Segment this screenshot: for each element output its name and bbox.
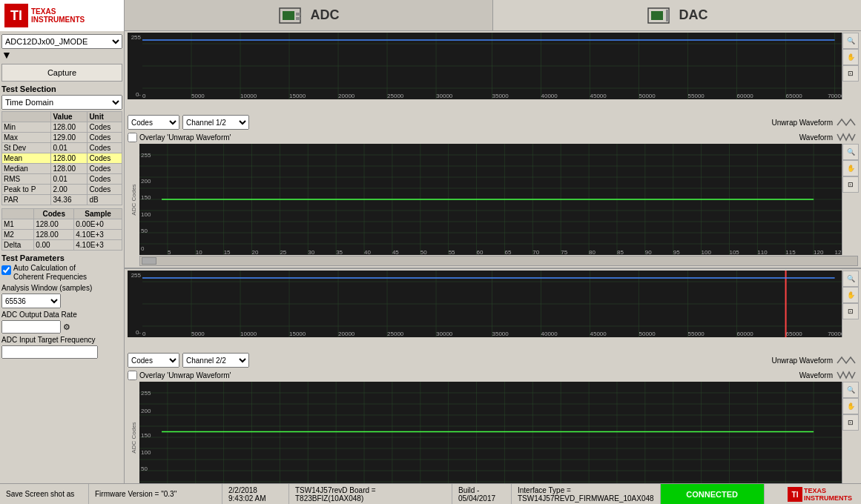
domain-select[interactable]: Time Domain	[1, 95, 122, 110]
chart2-codes-select[interactable]: Codes	[128, 353, 179, 368]
chart2-waveform-label: Waveform	[799, 369, 858, 381]
adc-input-freq-input[interactable]: 197.970000000M	[1, 345, 98, 359]
chart1-bottom-pan-btn[interactable]: ✋	[842, 160, 859, 176]
svg-text:40000: 40000	[541, 93, 558, 99]
gear-icon[interactable]: ⚙	[63, 322, 70, 332]
svg-text:100: 100	[141, 211, 151, 218]
capture-button[interactable]: Capture	[1, 64, 122, 82]
chart1-controls: Codes Channel 1/2 Unwrap Waveform	[125, 114, 861, 130]
ti-name-line2: INSTRUMENTS	[31, 16, 85, 24]
svg-text:5000: 5000	[191, 331, 205, 337]
chart2-overlay-checkbox[interactable]	[128, 371, 137, 380]
chart2-bottom-svg: 255 200 150 100 50 0 5 10 15 20 25 30	[139, 382, 842, 483]
svg-rect-5	[296, 17, 300, 20]
chart2-controls: Codes Channel 2/2 Unwrap Waveform	[125, 352, 861, 368]
chart2-top-zoom-btn[interactable]: 🔍	[842, 271, 859, 287]
adc-tab[interactable]: ADC	[125, 0, 493, 30]
svg-text:80: 80	[589, 249, 596, 256]
svg-text:120: 120	[814, 249, 824, 256]
ti-logo-status: TI TEXASINSTRUMENTS	[765, 487, 861, 502]
connected-badge: CONNECTED	[661, 484, 765, 504]
svg-text:25: 25	[280, 249, 286, 256]
chart2-y-255: 255	[129, 272, 141, 279]
analysis-window-label: Analysis Window (samples)	[1, 284, 122, 292]
chart1-y-255: 255	[129, 34, 141, 41]
chart2-overlay-label: Overlay 'Unwrap Waveform'	[139, 371, 231, 379]
chart1-channel-select[interactable]: Channel 1/2	[182, 115, 249, 130]
chart1-scroll-thumb[interactable]	[142, 257, 156, 265]
svg-text:50: 50	[141, 228, 148, 234]
chart1-top-pan-btn[interactable]: ✋	[842, 49, 859, 65]
chart2-top-fit-btn[interactable]: ⊡	[842, 303, 859, 319]
chart1-top-fit-btn[interactable]: ⊡	[842, 65, 859, 82]
mode-select[interactable]: ADC12DJx00_JMODE	[1, 34, 122, 49]
svg-text:100: 100	[702, 249, 712, 256]
right-panel: 255 0-	[125, 31, 861, 483]
stats-col-name	[2, 112, 51, 122]
ti-logo: TI TEXAS INSTRUMENTS	[0, 0, 125, 31]
chart1-y-0: 0-	[129, 91, 141, 98]
svg-text:10000: 10000	[240, 331, 257, 337]
chart1-overlay-checkbox[interactable]	[128, 133, 137, 142]
chart1-bottom-fit-btn[interactable]: ⊡	[842, 176, 859, 193]
svg-text:65000: 65000	[786, 331, 803, 337]
stats-row-peak-to p: Peak to P2.00Codes	[2, 185, 122, 195]
svg-rect-4	[296, 13, 300, 16]
svg-text:15000: 15000	[289, 331, 306, 337]
adc-icon	[278, 5, 305, 26]
svg-text:35: 35	[336, 249, 343, 256]
svg-text:70: 70	[532, 249, 539, 256]
dac-tab[interactable]: DAC	[493, 0, 861, 30]
svg-text:115: 115	[785, 249, 796, 256]
auto-calc-checkbox[interactable]	[1, 265, 11, 275]
svg-text:150: 150	[141, 194, 151, 201]
svg-text:50: 50	[141, 465, 148, 472]
test-params-label: Test Parameters	[1, 253, 122, 262]
build-label: Build - 05/04/2017	[452, 484, 512, 504]
svg-text:30000: 30000	[436, 331, 453, 337]
board-label: TSW14J57revD Board = T823BFIZ(10AX048)	[289, 484, 452, 504]
chart2-top-pan-btn[interactable]: ✋	[842, 287, 859, 303]
svg-text:10000: 10000	[240, 93, 257, 99]
chart1-unwrap-label: Unwrap Waveform	[772, 116, 858, 128]
svg-text:65000: 65000	[786, 93, 803, 99]
stats-col-value: Value	[51, 112, 88, 122]
svg-text:90: 90	[645, 249, 652, 256]
chart2-channel-select[interactable]: Channel 2/2	[182, 353, 249, 368]
analysis-window-select[interactable]: 65536	[1, 294, 61, 308]
mode-dropdown-icon[interactable]: ▼	[1, 49, 12, 61]
interface-label: Interface Type = TSW14J57REVD_FIRMWARE_1…	[512, 484, 661, 504]
chart1-bottom-svg: 255 200 150 100 50 0 5 10 15 20 25	[139, 144, 842, 255]
svg-text:50: 50	[420, 249, 427, 256]
svg-text:105: 105	[729, 249, 739, 256]
chart1-top-zoom-btn[interactable]: 🔍	[842, 33, 859, 49]
chart1-scrollbar[interactable]	[139, 256, 858, 266]
svg-text:15: 15	[224, 249, 231, 256]
mode-dropdown-row: ADC12DJx00_JMODE ▼	[1, 34, 122, 61]
svg-text:0: 0	[141, 245, 145, 252]
svg-text:0: 0	[142, 93, 146, 99]
stats-row-median: Median128.00Codes	[2, 164, 122, 174]
chart1-waveform-icon	[836, 131, 858, 143]
stats-table: Value Unit Min128.00CodesMax129.00CodesS…	[1, 111, 122, 205]
svg-text:55: 55	[449, 249, 455, 256]
stats-row-max: Max129.00Codes	[2, 133, 122, 143]
chart2-unwrap-icon	[836, 354, 858, 366]
chart2-y-axis-label: ADC Codes	[131, 422, 137, 453]
chart1-top-area: 255 0-	[128, 33, 858, 114]
svg-text:25000: 25000	[387, 331, 404, 337]
chart2-bottom-pan-btn[interactable]: ✋	[842, 398, 859, 414]
chart2-bottom-zoom-btn[interactable]: 🔍	[842, 382, 859, 398]
dac-label: DAC	[679, 7, 708, 23]
chart1-bottom-zoom-btn[interactable]: 🔍	[842, 144, 859, 160]
svg-text:85: 85	[617, 249, 624, 256]
chart1-codes-select[interactable]: Codes	[128, 115, 179, 130]
svg-text:60000: 60000	[737, 93, 754, 99]
svg-text:15000: 15000	[289, 93, 306, 99]
svg-text:60: 60	[477, 249, 484, 256]
chart2-bottom-fit-btn[interactable]: ⊡	[842, 414, 859, 431]
svg-text:95: 95	[673, 249, 680, 256]
svg-text:TI: TI	[10, 8, 22, 23]
adc-output-rate-input[interactable]: 2.5G	[1, 320, 61, 334]
svg-text:45000: 45000	[590, 93, 607, 99]
